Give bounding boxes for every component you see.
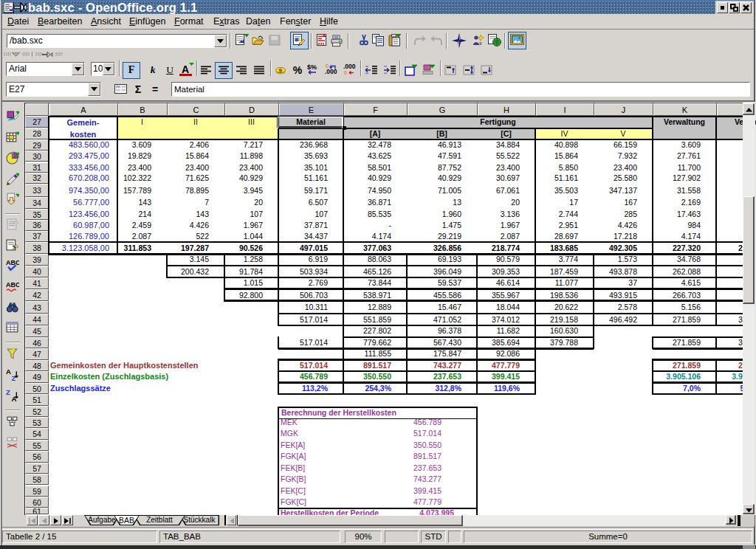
svg-text:A: A bbox=[6, 368, 11, 376]
svg-text:0: 0 bbox=[326, 63, 329, 69]
svg-text:0: 0 bbox=[344, 70, 347, 75]
svg-text:$%: $% bbox=[307, 63, 317, 71]
svg-text:ABC: ABC bbox=[6, 259, 19, 266]
svg-text:A: A bbox=[11, 395, 16, 402]
svg-text:9: 9 bbox=[279, 67, 283, 74]
svg-text:Z: Z bbox=[6, 389, 10, 396]
svg-text:.000: .000 bbox=[343, 63, 356, 70]
svg-text:ABC: ABC bbox=[6, 281, 19, 289]
svg-text:Z: Z bbox=[11, 374, 16, 381]
